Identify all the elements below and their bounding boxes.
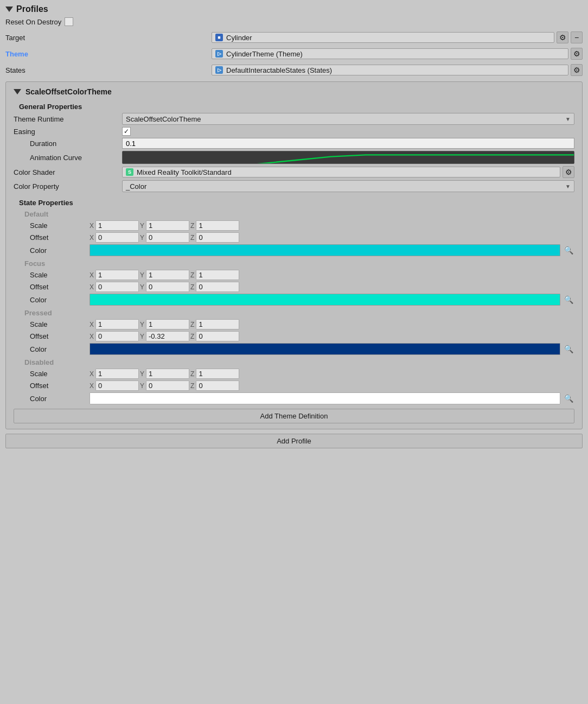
default-offset-z-input[interactable]: [196, 232, 239, 243]
focus-color-swatch[interactable]: [90, 294, 560, 306]
add-theme-definition-button[interactable]: Add Theme Definition: [14, 409, 574, 423]
states-value: DefaultInteractableStates (States): [226, 66, 332, 74]
focus-color-label: Color: [14, 296, 90, 304]
pressed-offset-value: X Y Z: [90, 331, 574, 341]
color-shader-gear-button[interactable]: ⚙: [563, 166, 574, 178]
focus-scale-x-input[interactable]: [95, 270, 139, 280]
states-field[interactable]: ▷ DefaultInteractableStates (States): [212, 65, 568, 75]
focus-offset-z-input[interactable]: [196, 282, 239, 292]
pressed-offset-y-input[interactable]: [146, 331, 189, 341]
duration-input[interactable]: [122, 138, 574, 149]
disabled-color-label: Color: [14, 395, 90, 403]
easing-checkbox[interactable]: ✓: [122, 127, 131, 136]
reset-on-destroy-checkbox[interactable]: [65, 17, 73, 26]
pressed-scale-y-input[interactable]: [146, 319, 189, 329]
state-properties-title: State Properties: [14, 199, 574, 207]
focus-offset-value: X Y Z: [90, 282, 574, 292]
theme-field[interactable]: ▷ CylinderTheme (Theme): [212, 48, 568, 59]
pressed-color-row: Color 🔍: [14, 343, 574, 355]
pressed-color-label: Color: [14, 345, 90, 353]
focus-scale-row: Scale X Y Z: [14, 270, 574, 280]
pressed-scale-x-input[interactable]: [95, 319, 139, 329]
default-offset-label: Offset: [14, 233, 90, 242]
disabled-scale-xyz: X Y Z: [90, 369, 574, 379]
default-color-swatch[interactable]: [90, 244, 560, 256]
pressed-offset-z-input[interactable]: [196, 331, 239, 341]
default-offset-y-label: Y: [140, 234, 144, 242]
default-offset-y-input[interactable]: [146, 232, 189, 243]
disabled-scale-x-input[interactable]: [95, 369, 139, 379]
pressed-color-eyedropper[interactable]: 🔍: [563, 343, 574, 355]
focus-offset-label: Offset: [14, 283, 90, 291]
pressed-color-swatch[interactable]: [90, 343, 560, 355]
disabled-offset-label: Offset: [14, 382, 90, 390]
default-scale-x-input[interactable]: [95, 220, 139, 231]
states-gear-button[interactable]: ⚙: [571, 64, 583, 76]
disabled-scale-z-input[interactable]: [196, 369, 239, 379]
target-icon: ■: [215, 34, 223, 41]
theme-runtime-arrow: ▼: [565, 116, 571, 122]
easing-label: Easing: [14, 128, 122, 136]
disabled-scale-value: X Y Z: [90, 369, 574, 379]
focus-scale-z-label: Z: [190, 271, 194, 279]
pressed-offset-x-input[interactable]: [95, 331, 139, 341]
pressed-scale-value: X Y Z: [90, 319, 574, 329]
theme-gear-button[interactable]: ⚙: [571, 48, 583, 60]
theme-runtime-value-group: ScaleOffsetColorTheme ▼: [122, 113, 574, 125]
color-shader-label: Color Shader: [14, 168, 122, 176]
disabled-scale-x-label: X: [90, 370, 94, 378]
svg-rect-0: [123, 151, 574, 164]
pressed-scale-z-input[interactable]: [196, 319, 239, 329]
state-pressed-label: Pressed: [14, 309, 574, 317]
focus-scale-z-input[interactable]: [196, 270, 239, 280]
disabled-scale-y-input[interactable]: [146, 369, 189, 379]
theme-definition-panel: ScaleOffsetColorTheme General Properties…: [5, 81, 583, 429]
focus-offset-xyz: X Y Z: [90, 282, 574, 292]
default-scale-x-label: X: [90, 222, 94, 230]
disabled-color-value: 🔍: [90, 392, 574, 404]
disabled-offset-y-label: Y: [140, 382, 144, 390]
focus-scale-y-input[interactable]: [146, 270, 189, 280]
pressed-scale-x-label: X: [90, 321, 94, 328]
default-offset-x-input[interactable]: [95, 232, 139, 243]
disabled-offset-y-input[interactable]: [146, 380, 189, 391]
add-profile-button[interactable]: Add Profile: [5, 434, 583, 448]
focus-scale-x-label: X: [90, 271, 94, 279]
color-shader-value-group: S Mixed Reality Toolkit/Standard ⚙: [122, 166, 574, 178]
collapse-icon[interactable]: [5, 7, 13, 12]
focus-offset-y-input[interactable]: [146, 282, 189, 292]
disabled-color-eyedropper[interactable]: 🔍: [563, 392, 574, 404]
theme-value-group: ▷ CylinderTheme (Theme) ⚙: [212, 48, 583, 60]
focus-color-eyedropper[interactable]: 🔍: [563, 294, 574, 306]
easing-value-group: ✓: [122, 127, 574, 136]
disabled-offset-x-input[interactable]: [95, 380, 139, 391]
default-scale-row: Scale X Y Z: [14, 220, 574, 231]
animation-curve-preview[interactable]: [122, 151, 574, 164]
focus-scale-y-label: Y: [140, 271, 144, 279]
target-minus-button[interactable]: −: [571, 31, 583, 43]
disabled-color-swatch[interactable]: [90, 392, 560, 404]
states-row: States ▷ DefaultInteractableStates (Stat…: [5, 63, 583, 77]
state-focus-label: Focus: [14, 259, 574, 268]
easing-row: Easing ✓: [14, 127, 574, 136]
default-scale-z-input[interactable]: [196, 220, 239, 231]
theme-runtime-select[interactable]: ScaleOffsetColorTheme ▼: [122, 113, 574, 125]
inner-collapse-icon[interactable]: [14, 89, 21, 94]
color-shader-field[interactable]: S Mixed Reality Toolkit/Standard: [122, 167, 560, 177]
focus-offset-x-input[interactable]: [95, 282, 139, 292]
target-field[interactable]: ■ Cylinder: [212, 32, 554, 43]
focus-scale-label: Scale: [14, 271, 90, 279]
default-scale-label: Scale: [14, 221, 90, 230]
default-color-eyedropper[interactable]: 🔍: [563, 244, 574, 256]
target-gear-button[interactable]: ⚙: [557, 31, 568, 43]
pressed-scale-label: Scale: [14, 320, 90, 328]
theme-link[interactable]: Theme: [5, 50, 28, 58]
color-property-select[interactable]: _Color ▼: [122, 180, 574, 192]
disabled-offset-x-label: X: [90, 382, 94, 390]
reset-on-destroy-label: Reset On Destroy: [5, 18, 61, 26]
disabled-offset-z-input[interactable]: [196, 380, 239, 391]
theme-icon: ▷: [215, 50, 223, 58]
default-scale-y-input[interactable]: [146, 220, 189, 231]
states-icon: ▷: [215, 66, 223, 74]
state-default-label: Default: [14, 210, 574, 218]
